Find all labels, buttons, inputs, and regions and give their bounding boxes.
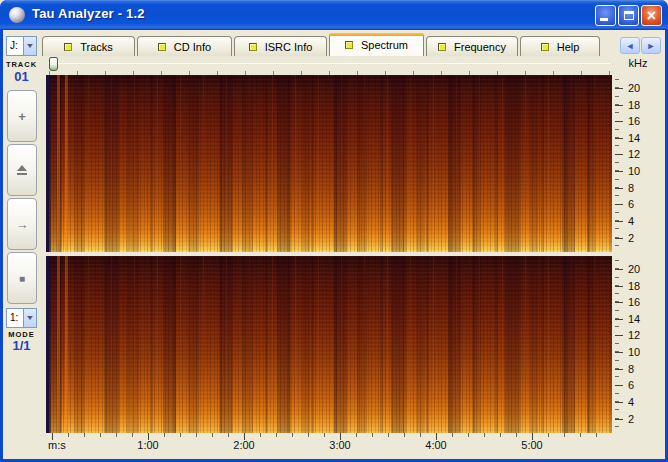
time-tick-label: 4:00	[414, 439, 458, 452]
tab-label: ISRC Info	[265, 41, 313, 53]
slider-track[interactable]	[48, 63, 610, 64]
tick-mark	[615, 105, 623, 106]
plus-icon: +	[18, 109, 26, 124]
maximize-icon	[624, 11, 634, 20]
freq-axis-channel-2: 20 18 16 14 12 10 8 6 4 2	[615, 256, 663, 433]
flag-icon	[438, 43, 446, 51]
slider-thumb[interactable]	[49, 57, 58, 71]
freq-tick-label: 10	[628, 346, 640, 358]
tick-mark	[615, 121, 623, 122]
drive-select-dropdown-button[interactable]	[23, 37, 36, 55]
eject-button[interactable]	[7, 144, 37, 196]
mode-select[interactable]: 1:	[6, 308, 37, 328]
tab-bar: Tracks CD Info ISRC Info Spectrum Freque…	[42, 32, 602, 56]
freq-tick: 4	[615, 396, 634, 408]
app-icon	[9, 7, 25, 23]
time-axis-unit: m:s	[48, 439, 66, 451]
tick-mark	[615, 385, 623, 386]
freq-tick: 8	[615, 363, 634, 375]
time-tick-label: 2:00	[222, 439, 266, 452]
tab-scroll-right-button[interactable]: ►	[641, 37, 661, 54]
freq-tick-label: 8	[628, 363, 634, 375]
freq-tick: 14	[615, 313, 640, 325]
freq-tick-label: 20	[628, 263, 640, 275]
freq-tick: 18	[615, 99, 640, 111]
freq-tick: 16	[615, 296, 640, 308]
time-tick-label: 1:00	[126, 439, 170, 452]
stop-button[interactable]: ■	[7, 252, 37, 304]
tab-frequency[interactable]: Frequency	[426, 36, 518, 56]
position-slider[interactable]	[46, 57, 612, 71]
freq-tick: 16	[615, 115, 640, 127]
freq-tick-label: 14	[628, 313, 640, 325]
freq-tick-label: 16	[628, 296, 640, 308]
title-bar[interactable]: Tau Analyzer - 1.2 ×	[0, 0, 668, 30]
freq-tick: 18	[615, 280, 640, 292]
freq-tick-label: 16	[628, 115, 640, 127]
freq-tick-label: 10	[628, 165, 640, 177]
freq-tick-label: 4	[628, 396, 634, 408]
flag-icon	[64, 43, 72, 51]
freq-tick: 12	[615, 329, 640, 341]
tab-scroller: ◄ ►	[620, 37, 661, 54]
freq-tick-label: 20	[628, 82, 640, 94]
freq-axis-channel-1: 20 18 16 14 12 10 8 6 4 2	[615, 75, 663, 252]
mode-select-value: 1:	[7, 309, 23, 327]
freq-tick: 20	[615, 82, 640, 94]
minimize-button[interactable]	[595, 5, 616, 26]
tab-tracks[interactable]: Tracks	[42, 36, 135, 56]
tick-mark	[615, 221, 623, 222]
tab-help[interactable]: Help	[520, 36, 600, 56]
freq-tick: 20	[615, 263, 640, 275]
track-number: 01	[3, 69, 40, 84]
freq-tick-label: 14	[628, 132, 640, 144]
tab-label: Help	[557, 41, 580, 53]
tick-mark	[615, 369, 623, 370]
arrow-right-icon: ►	[647, 41, 656, 51]
next-track-button[interactable]: →	[7, 198, 37, 250]
tick-mark	[615, 335, 623, 336]
time-tick-label: 3:00	[318, 439, 362, 452]
eject-icon-bar	[17, 173, 27, 175]
tab-isrc-info[interactable]: ISRC Info	[234, 36, 327, 56]
freq-tick-label: 6	[628, 379, 634, 391]
tick-mark	[615, 138, 623, 139]
chevron-down-icon	[27, 316, 33, 320]
tab-scroll-left-button[interactable]: ◄	[620, 37, 640, 54]
tick-mark	[615, 419, 623, 420]
tab-cd-info[interactable]: CD Info	[137, 36, 232, 56]
tick-mark	[615, 88, 623, 89]
tab-label: Frequency	[454, 41, 506, 53]
tick-mark	[615, 188, 623, 189]
freq-tick-label: 4	[628, 215, 634, 227]
tick-mark	[615, 319, 623, 320]
freq-tick: 2	[615, 232, 634, 244]
track-label: TRACK	[3, 60, 40, 69]
flag-icon	[345, 41, 353, 49]
freq-tick-label: 18	[628, 99, 640, 111]
freq-tick-label: 18	[628, 280, 640, 292]
flag-icon	[541, 43, 549, 51]
maximize-button[interactable]	[618, 5, 639, 26]
stop-icon: ■	[19, 273, 25, 284]
freq-tick-label: 12	[628, 329, 640, 341]
chevron-down-icon	[27, 44, 33, 48]
tab-label: Tracks	[80, 41, 113, 53]
add-button[interactable]: +	[7, 90, 37, 142]
tick-mark	[615, 286, 623, 287]
tick-mark	[615, 269, 623, 270]
minimize-icon	[600, 18, 608, 21]
freq-tick-label: 12	[628, 148, 640, 160]
tab-spectrum[interactable]: Spectrum	[329, 33, 424, 56]
close-button[interactable]: ×	[641, 5, 662, 26]
tab-label: Spectrum	[361, 39, 408, 51]
window-controls: ×	[595, 5, 662, 26]
tab-label: CD Info	[174, 41, 211, 53]
drive-select[interactable]: J:	[6, 36, 37, 56]
spectrogram-channel-2	[46, 256, 612, 433]
freq-tick: 10	[615, 346, 640, 358]
mode-select-dropdown-button[interactable]	[23, 309, 36, 327]
freq-tick: 6	[615, 379, 634, 391]
freq-tick-label: 2	[628, 232, 634, 244]
tick-mark	[615, 154, 623, 155]
